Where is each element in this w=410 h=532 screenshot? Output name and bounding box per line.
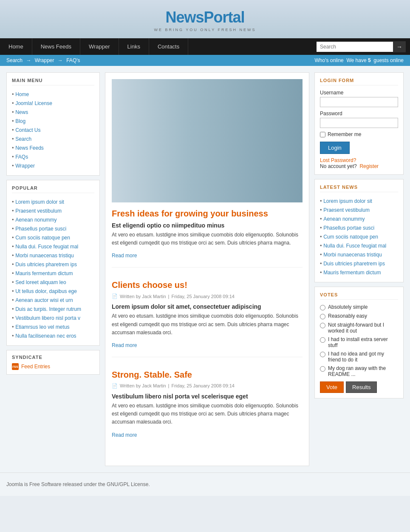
list-item: Nulla dui. Fusce feugiat mal [12, 242, 94, 251]
latest-item[interactable]: Morbi nunaecenas tristiqu [323, 252, 382, 258]
menu-news-feeds[interactable]: News Feeds [15, 145, 44, 151]
article-3-title[interactable]: Strong. Stable. Safe [112, 370, 303, 380]
nav-wrapper[interactable]: Wrapper [80, 38, 119, 55]
popular-item[interactable]: Cum sociis natoque pen [15, 235, 70, 241]
vote-button[interactable]: Vote [320, 381, 344, 393]
popular-title: POPULAR [12, 185, 94, 193]
article-2-title[interactable]: Clients choose us! [112, 280, 303, 290]
menu-home[interactable]: Home [15, 91, 29, 97]
votes-title: VOTES [320, 292, 398, 300]
username-input[interactable] [320, 97, 398, 107]
vote-label-1: Absolutely simple [328, 304, 368, 310]
svg-rect-11 [186, 146, 220, 147]
menu-blog[interactable]: Blog [15, 118, 25, 124]
popular-item[interactable]: Aenean nonummy [15, 217, 57, 223]
nav-links: Home News Feeds Wrapper Links Contacts [0, 38, 188, 55]
list-item: Blog [12, 117, 94, 125]
svg-rect-16 [186, 158, 226, 159]
latest-item[interactable]: Aenean nonummy [323, 216, 365, 222]
latest-item[interactable]: Phasellus portae susci [323, 225, 374, 231]
content-area: MAIN MENU Home Joomla! License News Blog… [0, 66, 410, 472]
breadcrumb-faqs[interactable]: FAQ's [66, 57, 80, 63]
vote-radio-4[interactable] [320, 337, 325, 343]
doc-icon-3: 📄 [112, 383, 118, 389]
breadcrumb: Search → Wrapper → FAQ's [6, 57, 80, 63]
list-item: Praesent vestibulum [320, 205, 398, 214]
article-1-title[interactable]: Fresh ideas for growing your business [112, 209, 303, 219]
vote-radio-6[interactable] [320, 366, 325, 372]
login-button[interactable]: Login [320, 142, 350, 154]
latest-item[interactable]: Mauris fermentum dictum [323, 270, 381, 276]
popular-item[interactable]: Morbi nunaecenas tristiqu [15, 253, 74, 259]
nav-home[interactable]: Home [0, 38, 32, 55]
sidebar-right: LOGIN FORM Username Password Remember me… [314, 72, 404, 466]
latest-item[interactable]: Duis ultricies pharetrem ips [323, 261, 385, 267]
vote-radio-2[interactable] [320, 314, 325, 319]
latest-item[interactable]: Praesent vestibulum [323, 207, 370, 213]
popular-item[interactable]: Nulla dui. Fusce feugiat mal [15, 244, 78, 250]
list-item: Phasellus portae susci [12, 224, 94, 233]
vote-option-6: My dog ran away with the README ... [320, 365, 398, 377]
popular-item[interactable]: Lorem ipsum dolor sit [15, 199, 64, 205]
latest-item[interactable]: Cum sociis natoque pen [323, 234, 378, 240]
latest-item[interactable]: Lorem ipsum dolor sit [323, 198, 372, 204]
popular-item[interactable]: Phasellus portae susci [15, 226, 66, 232]
latest-item[interactable]: Nulla dui. Fusce feugiat mal [323, 243, 386, 249]
password-input[interactable] [320, 118, 398, 128]
search-button[interactable]: → [393, 41, 406, 52]
list-item: Lorem ipsum dolor sit [320, 196, 398, 205]
popular-item[interactable]: Duis ac turpis. Integer rutrum [15, 306, 81, 312]
results-button[interactable]: Results [346, 381, 377, 393]
vote-radio-1[interactable] [320, 305, 325, 310]
article-2-author: Written by Jack Martin [120, 294, 166, 299]
popular-item[interactable]: Sed loreet aliquam leo [15, 279, 66, 285]
article-3: Strong. Stable. Safe 📄 Written by Jack M… [112, 370, 303, 447]
article-2-read-more[interactable]: Read more [112, 342, 137, 348]
nav-contacts[interactable]: Contacts [149, 38, 188, 55]
list-item: Duis ac turpis. Integer rutrum [12, 304, 94, 313]
popular-item[interactable]: Ut tellus dolor, dapibus ege [15, 288, 77, 294]
popular-item[interactable]: Nulla facilisenean nec eros [15, 333, 76, 339]
feed-entries-link[interactable]: rss Feed Entries [12, 363, 94, 370]
svg-rect-18 [186, 163, 229, 164]
article-3-read-more[interactable]: Read more [112, 432, 137, 438]
article-1-subtitle: Est eligendi optio co niimpedituo minus [112, 222, 303, 229]
breadcrumb-wrapper[interactable]: Wrapper [35, 57, 54, 63]
remember-me-row: Remember me [320, 131, 398, 137]
popular-item[interactable]: Duis ultricies pharetrem ips [15, 262, 77, 267]
whos-online-label: Who's online [314, 57, 343, 63]
menu-faqs[interactable]: FAQs [15, 154, 28, 160]
popular-item[interactable]: Etiamrsus leo vel metus [15, 324, 69, 330]
doc-icon: 📄 [112, 293, 118, 299]
article-1-body: At vero eo etusam. lustdigne imos simili… [112, 231, 303, 247]
svg-rect-4 [246, 83, 297, 198]
lost-password-link[interactable]: Lost Password? [320, 157, 356, 163]
register-link[interactable]: Register [359, 163, 379, 169]
nav-newsfeeds[interactable]: News Feeds [32, 38, 80, 55]
list-item: News Feeds [12, 143, 94, 152]
svg-rect-13 [186, 150, 216, 151]
popular-item[interactable]: Mauris fermentum dictum [15, 270, 73, 276]
nav-search-area: → [317, 41, 410, 52]
logo: NewsPortal [0, 9, 410, 26]
article-1-read-more[interactable]: Read more [112, 253, 137, 259]
search-input[interactable] [317, 42, 393, 52]
remember-me-checkbox[interactable] [320, 132, 325, 137]
menu-contact-us[interactable]: Contact Us [15, 127, 40, 133]
popular-item[interactable]: Praesent vestibulum [15, 208, 62, 214]
popular-item[interactable]: Aenean auctor wisi et urn [15, 297, 73, 303]
vote-radio-3[interactable] [320, 323, 325, 328]
article-1: Fresh ideas for growing your business Es… [112, 79, 303, 267]
menu-news[interactable]: News [15, 109, 28, 115]
svg-rect-15 [186, 156, 222, 156]
breadcrumb-search[interactable]: Search [6, 57, 23, 63]
menu-joomla-license[interactable]: Joomla! License [15, 100, 52, 106]
breadcrumb-arrow2: → [58, 57, 64, 63]
popular-section: POPULAR Lorem ipsum dolor sit Praesent v… [6, 180, 100, 346]
vote-radio-5[interactable] [320, 352, 325, 357]
popular-item[interactable]: Vestibulum libero nisl porta v [15, 315, 80, 321]
menu-search[interactable]: Search [15, 136, 31, 142]
menu-wrapper[interactable]: Wrapper [15, 163, 35, 169]
login-form-title: LOGIN FORM [320, 78, 398, 85]
nav-links-item[interactable]: Links [119, 38, 149, 55]
